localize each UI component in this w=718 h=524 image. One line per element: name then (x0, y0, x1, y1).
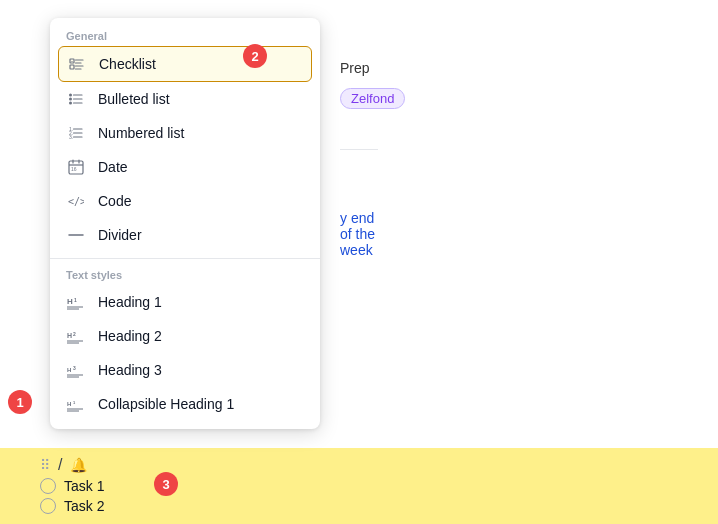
svg-text:3: 3 (73, 365, 76, 371)
bulleted-list-label: Bulleted list (98, 91, 170, 107)
svg-text:H: H (67, 297, 73, 306)
prep-text: Prep (340, 60, 378, 76)
section-general-label: General (50, 26, 320, 46)
svg-text:3.: 3. (69, 134, 73, 140)
bulleted-list-icon (66, 89, 86, 109)
divider-label: Divider (98, 227, 142, 243)
svg-text:16: 16 (71, 166, 77, 172)
heading2-icon: H 2 (66, 326, 86, 346)
block-type-dropdown: General Checklist (50, 18, 320, 429)
svg-text:H: H (67, 367, 71, 373)
svg-text:1: 1 (74, 297, 77, 303)
svg-point-11 (69, 102, 72, 105)
menu-item-bulleted-list[interactable]: Bulleted list (50, 82, 320, 116)
menu-item-divider[interactable]: Divider (50, 218, 320, 252)
toolbar-row: ⠿ / 🔔 (40, 456, 678, 474)
svg-text:H: H (67, 332, 72, 339)
task-checkbox-2[interactable] (40, 498, 56, 514)
svg-text:2: 2 (73, 331, 76, 337)
svg-rect-4 (70, 65, 74, 69)
heading1-icon: H 1 (66, 292, 86, 312)
notification-icon: 🔔 (70, 457, 87, 473)
task-checkbox-1[interactable] (40, 478, 56, 494)
svg-line-1 (72, 61, 73, 62)
code-icon: </> (66, 191, 86, 211)
week-text: y end of the week (340, 210, 378, 258)
menu-item-date[interactable]: 16 Date (50, 150, 320, 184)
task-item-1: Task 1 (40, 476, 678, 496)
task-list: Task 1 Task 2 (40, 476, 678, 516)
svg-text:</>: </> (68, 196, 84, 207)
tag-zelfond: Zelfond (340, 88, 405, 109)
section-text-styles-label: Text styles (50, 265, 320, 285)
menu-item-checklist[interactable]: Checklist (58, 46, 312, 82)
checklist-label: Checklist (99, 56, 156, 72)
bottom-toolbar: ⠿ / 🔔 Task 1 Task 2 (0, 448, 718, 524)
slash-command-icon[interactable]: / (58, 456, 62, 474)
svg-point-7 (69, 94, 72, 97)
menu-item-collapsible-heading1[interactable]: H 1 Collapsible Heading 1 (50, 387, 320, 421)
code-label: Code (98, 193, 131, 209)
heading2-label: Heading 2 (98, 328, 162, 344)
collapsible-heading-icon: H 1 (66, 394, 86, 414)
menu-item-heading1[interactable]: H 1 Heading 1 (50, 285, 320, 319)
menu-item-numbered-list[interactable]: 1. 2. 3. Numbered list (50, 116, 320, 150)
divider-icon (66, 225, 86, 245)
menu-item-code[interactable]: </> Code (50, 184, 320, 218)
menu-item-heading3[interactable]: H 3 Heading 3 (50, 353, 320, 387)
task-label-1: Task 1 (64, 478, 104, 494)
heading3-label: Heading 3 (98, 362, 162, 378)
task-item-2: Task 2 (40, 496, 678, 516)
drag-handle-icon[interactable]: ⠿ (40, 457, 50, 473)
badge-1: 1 (8, 390, 32, 414)
svg-text:1: 1 (73, 400, 76, 405)
heading1-label: Heading 1 (98, 294, 162, 310)
badge-3: 3 (154, 472, 178, 496)
date-label: Date (98, 159, 128, 175)
checklist-icon (67, 54, 87, 74)
badge-2: 2 (243, 44, 267, 68)
numbered-list-label: Numbered list (98, 125, 184, 141)
task-label-2: Task 2 (64, 498, 104, 514)
menu-item-heading2[interactable]: H 2 Heading 2 (50, 319, 320, 353)
date-icon: 16 (66, 157, 86, 177)
heading3-icon: H 3 (66, 360, 86, 380)
collapsible-heading-label: Collapsible Heading 1 (98, 396, 234, 412)
svg-point-9 (69, 98, 72, 101)
section-divider (50, 258, 320, 259)
numbered-list-icon: 1. 2. 3. (66, 123, 86, 143)
svg-text:H: H (67, 401, 71, 407)
separator-line (340, 149, 378, 150)
